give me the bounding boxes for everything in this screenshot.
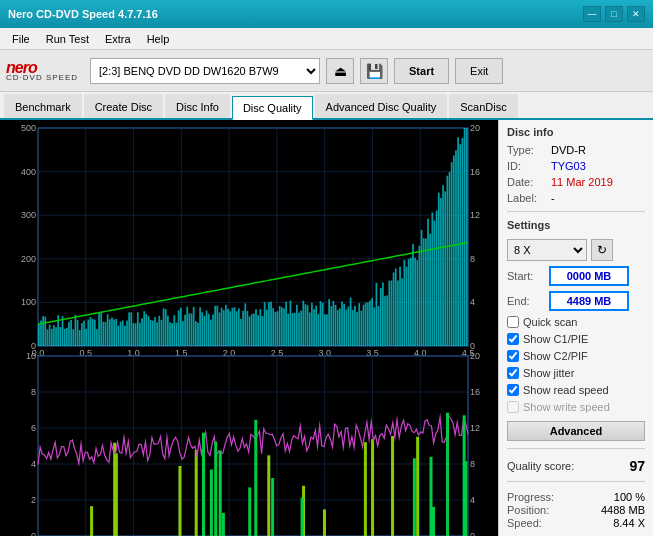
speed-row: Speed: 8.44 X [507,517,645,529]
progress-section: Progress: 100 % Position: 4488 MB Speed:… [507,491,645,530]
end-mb-label: End: [507,295,545,307]
show-jitter-row: Show jitter [507,367,645,379]
quick-scan-checkbox[interactable] [507,316,519,328]
disc-id-row: ID: TYG03 [507,160,645,172]
tab-scandisc[interactable]: ScanDisc [449,94,517,118]
eject-icon-button[interactable]: ⏏ [326,58,354,84]
end-mb-row: End: [507,291,645,311]
title-bar: Nero CD-DVD Speed 4.7.7.16 — □ ✕ [0,0,653,28]
exit-button[interactable]: Exit [455,58,503,84]
end-mb-input[interactable] [549,291,629,311]
separator-1 [507,211,645,212]
window-controls: — □ ✕ [583,6,645,22]
position-label: Position: [507,504,549,516]
start-mb-label: Start: [507,270,545,282]
show-write-speed-row: Show write speed [507,401,645,413]
speed-row: 4 X 6 X 8 X 12 X 16 X ↻ [507,239,645,261]
show-c1pie-checkbox[interactable] [507,333,519,345]
quality-score-row: Quality score: 97 [507,458,645,474]
refresh-button[interactable]: ↻ [591,239,613,261]
show-c1pie-row: Show C1/PIE [507,333,645,345]
disc-info-title: Disc info [507,126,645,138]
show-write-speed-checkbox [507,401,519,413]
separator-2 [507,448,645,449]
app-title: Nero CD-DVD Speed 4.7.7.16 [8,8,158,20]
nero-logo: nero CD·DVD SPEED [6,59,78,82]
label-label: Label: [507,192,547,204]
start-mb-row: Start: [507,266,645,286]
label-value: - [551,192,555,204]
progress-row: Progress: 100 % [507,491,645,503]
disc-date-row: Date: 11 Mar 2019 [507,176,645,188]
close-button[interactable]: ✕ [627,6,645,22]
show-c2pif-checkbox[interactable] [507,350,519,362]
settings-title: Settings [507,219,645,231]
menu-extra[interactable]: Extra [97,31,139,47]
disc-label-row: Label: - [507,192,645,204]
drive-selector[interactable]: [2:3] BENQ DVD DD DW1620 B7W9 [90,58,320,84]
position-row: Position: 4488 MB [507,504,645,516]
show-read-speed-row: Show read speed [507,384,645,396]
quality-score-value: 97 [629,458,645,474]
right-panel: Disc info Type: DVD-R ID: TYG03 Date: 11… [498,120,653,536]
date-value: 11 Mar 2019 [551,176,613,188]
speed-value: 8.44 X [613,517,645,529]
minimize-button[interactable]: — [583,6,601,22]
show-c2pif-row: Show C2/PIF [507,350,645,362]
chart-canvas [0,120,498,536]
speed-label: Speed: [507,517,542,529]
show-read-speed-label: Show read speed [523,384,609,396]
menu-file[interactable]: File [4,31,38,47]
menu-run-test[interactable]: Run Test [38,31,97,47]
maximize-button[interactable]: □ [605,6,623,22]
progress-label: Progress: [507,491,554,503]
speed-selector[interactable]: 4 X 6 X 8 X 12 X 16 X [507,239,587,261]
toolbar: nero CD·DVD SPEED [2:3] BENQ DVD DD DW16… [0,50,653,92]
tab-advanced-disc-quality[interactable]: Advanced Disc Quality [315,94,448,118]
start-button[interactable]: Start [394,58,449,84]
separator-3 [507,481,645,482]
tab-create-disc[interactable]: Create Disc [84,94,163,118]
quick-scan-row: Quick scan [507,316,645,328]
tab-disc-quality[interactable]: Disc Quality [232,96,313,120]
nero-logo-subtitle: CD·DVD SPEED [6,73,78,82]
show-jitter-label: Show jitter [523,367,574,379]
start-mb-input[interactable] [549,266,629,286]
progress-value: 100 % [614,491,645,503]
disc-type-row: Type: DVD-R [507,144,645,156]
menu-bar: File Run Test Extra Help [0,28,653,50]
type-label: Type: [507,144,547,156]
position-value: 4488 MB [601,504,645,516]
tab-bar: Benchmark Create Disc Disc Info Disc Qua… [0,92,653,120]
tab-benchmark[interactable]: Benchmark [4,94,82,118]
chart-area [0,120,498,536]
show-read-speed-checkbox[interactable] [507,384,519,396]
advanced-button[interactable]: Advanced [507,421,645,442]
id-label: ID: [507,160,547,172]
quality-score-label: Quality score: [507,460,574,472]
date-label: Date: [507,176,547,188]
show-write-speed-label: Show write speed [523,401,610,413]
show-c1pie-label: Show C1/PIE [523,333,588,345]
tab-disc-info[interactable]: Disc Info [165,94,230,118]
type-value: DVD-R [551,144,586,156]
menu-help[interactable]: Help [139,31,178,47]
main-content: Disc info Type: DVD-R ID: TYG03 Date: 11… [0,120,653,536]
show-c2pif-label: Show C2/PIF [523,350,588,362]
save-icon-button[interactable]: 💾 [360,58,388,84]
show-jitter-checkbox[interactable] [507,367,519,379]
id-value: TYG03 [551,160,586,172]
quick-scan-label: Quick scan [523,316,577,328]
